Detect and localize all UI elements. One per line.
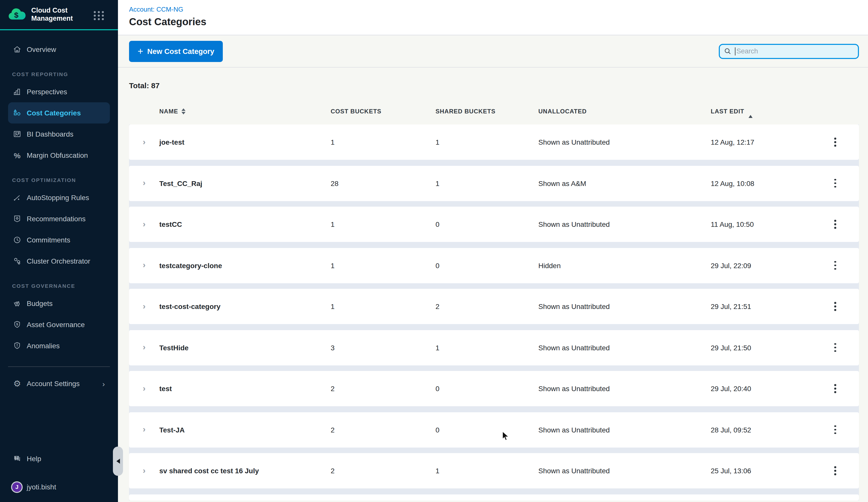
sidebar-item-label: Budgets bbox=[27, 300, 53, 307]
sidebar-item-perspectives[interactable]: Perspectives bbox=[8, 81, 110, 102]
user-menu[interactable]: J jyoti.bisht bbox=[8, 476, 110, 498]
expand-chevron-icon[interactable]: › bbox=[143, 178, 145, 187]
kebab-menu-icon[interactable] bbox=[831, 381, 839, 396]
row-unallocated: Shown as Unattributed bbox=[538, 220, 711, 228]
column-header-unallocated[interactable]: UNALLOCATED bbox=[538, 108, 711, 115]
expand-chevron-icon[interactable]: › bbox=[143, 384, 145, 393]
column-header-name[interactable]: NAME bbox=[159, 108, 331, 115]
breadcrumb[interactable]: Account: CCM-NG bbox=[129, 6, 868, 13]
sort-icon bbox=[182, 108, 186, 114]
sort-ascending-icon bbox=[748, 108, 752, 115]
app-logo: $ Cloud Cost Management bbox=[0, 0, 118, 30]
table-row-partial[interactable] bbox=[129, 494, 859, 501]
sidebar-item-label: Account Settings bbox=[27, 379, 80, 388]
row-last-edit: 25 Jul, 13:06 bbox=[711, 467, 812, 475]
expand-chevron-icon[interactable]: › bbox=[143, 302, 145, 310]
sidebar-item-bi-dashboards[interactable]: BI Dashboards bbox=[8, 124, 110, 145]
table-row[interactable]: › joe-test 1 1 Shown as Unattributed 12 … bbox=[129, 125, 859, 160]
table-row[interactable]: › testcategory-clone 1 0 Hidden 29 Jul, … bbox=[129, 248, 859, 283]
row-shared-buckets: 0 bbox=[435, 261, 538, 269]
row-shared-buckets: 1 bbox=[435, 467, 538, 475]
kebab-menu-icon[interactable] bbox=[831, 463, 839, 478]
expand-chevron-icon[interactable]: › bbox=[143, 137, 145, 146]
piggy-bank-icon bbox=[12, 299, 22, 308]
sidebar-item-account-settings[interactable]: ⚙ Account Settings › bbox=[8, 373, 110, 394]
row-last-edit: 12 Aug, 12:17 bbox=[711, 138, 812, 146]
sidebar-item-label: BI Dashboards bbox=[27, 130, 73, 138]
column-header-shared-buckets[interactable]: SHARED BUCKETS bbox=[435, 108, 538, 115]
sidebar-item-label: Help bbox=[27, 454, 41, 463]
sidebar-item-overview[interactable]: Overview bbox=[8, 39, 110, 60]
row-unallocated: Shown as A&M bbox=[538, 179, 711, 187]
row-cost-buckets: 1 bbox=[331, 302, 435, 311]
sidebar-collapse-handle[interactable] bbox=[113, 447, 123, 476]
column-header-cost-buckets[interactable]: COST BUCKETS bbox=[331, 108, 435, 115]
app-switcher-grid-icon[interactable] bbox=[94, 11, 104, 20]
sidebar-item-label: Cluster Orchestrator bbox=[27, 257, 90, 265]
table-row[interactable]: › test 2 0 Shown as Unattributed 29 Jul,… bbox=[129, 371, 859, 406]
table-row[interactable]: › Test_CC_Raj 28 1 Shown as A&M 12 Aug, … bbox=[129, 166, 859, 201]
sidebar-divider bbox=[8, 366, 110, 367]
expand-chevron-icon[interactable]: › bbox=[143, 220, 145, 228]
row-unallocated: Shown as Unattributed bbox=[538, 138, 711, 146]
sidebar-item-label: Commitments bbox=[27, 236, 70, 244]
sidebar-item-autostopping-rules[interactable]: AutoStopping Rules bbox=[8, 187, 110, 208]
sidebar-item-label: Margin Obfuscation bbox=[27, 151, 88, 159]
row-shared-buckets: 0 bbox=[435, 220, 538, 228]
row-cost-buckets: 1 bbox=[331, 138, 435, 146]
expand-chevron-icon[interactable]: › bbox=[143, 466, 145, 474]
sidebar-item-recommendations[interactable]: Recommendations bbox=[8, 208, 110, 229]
sidebar-item-label: Asset Governance bbox=[27, 321, 85, 328]
sidebar-item-commitments[interactable]: Commitments bbox=[8, 229, 110, 251]
table-row[interactable]: › TestHide 3 1 Shown as Unattributed 29 … bbox=[129, 330, 859, 365]
sidebar-item-cost-categories[interactable]: Cost Categories bbox=[8, 102, 110, 124]
table-row[interactable]: › test-cost-category 1 2 Shown as Unattr… bbox=[129, 289, 859, 324]
expand-chevron-icon[interactable]: › bbox=[143, 343, 145, 351]
sidebar-item-anomalies[interactable]: Anomalies bbox=[8, 335, 110, 356]
row-last-edit: 29 Jul, 21:51 bbox=[711, 302, 812, 311]
sidebar-item-cluster-orchestrator[interactable]: Cluster Orchestrator bbox=[8, 251, 110, 272]
sidebar-section-heading: COST GOVERNANCE bbox=[0, 272, 118, 293]
sidebar: $ Cloud Cost Management Overview COST RE… bbox=[0, 0, 118, 502]
row-last-edit: 11 Aug, 10:50 bbox=[711, 220, 812, 228]
kebab-menu-icon[interactable] bbox=[831, 176, 839, 191]
table-row[interactable]: › testCC 1 0 Shown as Unattributed 11 Au… bbox=[129, 207, 859, 242]
sidebar-item-label: Recommendations bbox=[27, 215, 85, 223]
total-count: Total: 87 bbox=[129, 81, 868, 90]
row-shared-buckets: 2 bbox=[435, 302, 538, 311]
sidebar-item-margin-obfuscation[interactable]: % Margin Obfuscation bbox=[8, 145, 110, 166]
sidebar-item-label: Cost Categories bbox=[27, 109, 81, 117]
kebab-menu-icon[interactable] bbox=[831, 217, 839, 232]
sidebar-item-label: Anomalies bbox=[27, 342, 60, 350]
row-last-edit: 29 Jul, 21:50 bbox=[711, 344, 812, 352]
sidebar-item-asset-governance[interactable]: $ Asset Governance bbox=[8, 314, 110, 335]
row-shared-buckets: 0 bbox=[435, 385, 538, 393]
new-cost-category-button[interactable]: + New Cost Category bbox=[129, 41, 223, 62]
sidebar-item-help[interactable]: ? Help bbox=[8, 448, 110, 469]
dashboard-icon bbox=[12, 129, 22, 139]
row-name: TestHide bbox=[159, 344, 331, 352]
sidebar-item-budgets[interactable]: Budgets bbox=[8, 293, 110, 314]
expand-chevron-icon[interactable]: › bbox=[143, 261, 145, 269]
table-row[interactable]: › sv shared cost cc test 16 July 2 1 Sho… bbox=[129, 453, 859, 488]
kebab-menu-icon[interactable] bbox=[831, 135, 839, 150]
search-input[interactable] bbox=[736, 48, 854, 55]
row-last-edit: 12 Aug, 10:08 bbox=[711, 179, 812, 187]
shapes-icon bbox=[12, 108, 22, 118]
column-header-last-edit[interactable]: LAST EDIT bbox=[711, 108, 812, 115]
table-row[interactable]: › Test-JA 2 0 Shown as Unattributed 28 J… bbox=[129, 412, 859, 447]
cluster-icon bbox=[12, 256, 22, 266]
row-name: joe-test bbox=[159, 138, 331, 146]
kebab-menu-icon[interactable] bbox=[831, 340, 839, 355]
row-name: test bbox=[159, 385, 331, 393]
row-cost-buckets: 1 bbox=[331, 220, 435, 228]
kebab-menu-icon[interactable] bbox=[831, 422, 839, 437]
kebab-menu-icon[interactable] bbox=[831, 258, 839, 273]
app-window: $ Cloud Cost Management Overview COST RE… bbox=[0, 0, 868, 502]
row-shared-buckets: 0 bbox=[435, 426, 538, 434]
expand-chevron-icon[interactable]: › bbox=[143, 425, 145, 433]
row-unallocated: Shown as Unattributed bbox=[538, 385, 711, 393]
kebab-menu-icon[interactable] bbox=[831, 299, 839, 314]
table-header-row: NAME COST BUCKETS SHARED BUCKETS UNALLOC… bbox=[129, 108, 859, 115]
toolbar: + New Cost Category bbox=[118, 35, 868, 67]
